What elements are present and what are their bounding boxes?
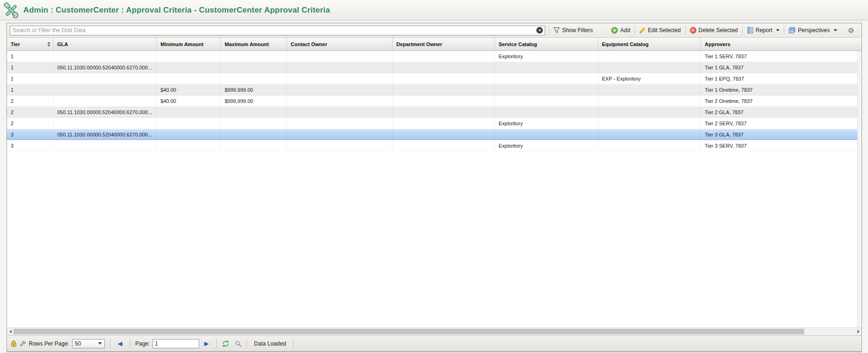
column-header-label: Minimum Amount: [160, 41, 203, 47]
admin-tools-icon: [3, 2, 20, 19]
cell-max: [221, 73, 287, 84]
cell-gla: [53, 118, 157, 129]
table-row[interactable]: 3050.11.1030.00000.52040000.6270.000...T…: [7, 129, 857, 140]
perspectives-label: Perspectives: [798, 27, 830, 34]
page-title: Admin : CustomerCenter : Approval Criter…: [23, 6, 330, 15]
rows-per-page-select[interactable]: 50: [72, 339, 105, 348]
chevron-down-icon: [776, 29, 780, 31]
cell-max: [221, 140, 287, 151]
edit-pencil-icon: [639, 27, 646, 34]
cell-contact: [287, 107, 393, 117]
refresh-icon[interactable]: [222, 340, 229, 347]
column-header-dept[interactable]: Department Owner: [393, 38, 495, 50]
cell-approvers: Tier 1 Onetime, 7837: [701, 84, 857, 95]
grid-settings-button[interactable]: [844, 27, 858, 34]
vertical-scrollbar-track[interactable]: [857, 51, 861, 327]
column-header-max[interactable]: Maximum Amount: [221, 38, 287, 50]
add-button[interactable]: + Add: [608, 27, 633, 34]
table-row[interactable]: 3ExploritoryTier 3 SERV, 7837: [7, 140, 857, 151]
cell-approvers: Tier 3 SERV, 7837: [701, 140, 857, 151]
cell-min: [157, 140, 221, 151]
add-plus-icon: +: [611, 27, 618, 34]
cell-service: Exploritory: [495, 140, 598, 151]
column-header-approvers[interactable]: Approvers: [701, 38, 861, 50]
cell-dept: [393, 140, 495, 151]
search-input[interactable]: [10, 26, 545, 35]
cell-dept: [393, 118, 495, 129]
grid-rows: 1ExploritoryTier 1 SERV, 78371050.11.103…: [7, 51, 857, 327]
cell-min: [157, 51, 221, 61]
column-header-gla[interactable]: GLA: [53, 38, 157, 50]
cell-max: [221, 51, 287, 61]
cell-contact: [287, 140, 393, 151]
rows-per-page-value: 50: [75, 340, 81, 347]
page-number-input[interactable]: [153, 339, 199, 348]
cell-tier: 2: [7, 95, 53, 106]
cell-min: [157, 118, 221, 129]
lock-icon[interactable]: [11, 340, 17, 347]
cell-gla: [53, 140, 157, 151]
column-header-contact[interactable]: Contact Owner: [287, 38, 393, 50]
scroll-left-arrow-icon[interactable]: [7, 328, 13, 335]
report-button[interactable]: Report: [743, 27, 783, 34]
search-magnifier-icon[interactable]: [235, 340, 241, 347]
cell-service: Exploritory: [495, 118, 598, 129]
cell-equipment: EXP - Exploritory: [598, 73, 701, 84]
table-row[interactable]: 1050.11.1030.00000.52040000.6270.000...T…: [7, 62, 857, 73]
cell-service: [495, 73, 598, 84]
cell-tier: 1: [7, 73, 53, 84]
next-page-button[interactable]: ▶: [202, 340, 211, 347]
cell-service: [495, 62, 598, 73]
table-row[interactable]: 1EXP - ExploritoryTier 1 EPQ, 7837: [7, 73, 857, 84]
chevron-down-icon: [98, 342, 102, 345]
column-header-label: Maximum Amount: [225, 41, 269, 47]
table-row[interactable]: 1$40.00$999,999.00Tier 1 Onetime, 7837: [7, 84, 857, 95]
grid-panel: ✕ Show Filters + Add Edit Selected − Del…: [7, 23, 862, 352]
column-header-label: GLA: [57, 41, 68, 47]
cell-max: [221, 118, 287, 129]
wrench-icon[interactable]: [20, 340, 26, 347]
table-row[interactable]: 2050.11.1030.00000.52040000.6270.000...T…: [7, 107, 857, 118]
clear-search-icon[interactable]: ✕: [536, 27, 543, 34]
scroll-right-arrow-icon[interactable]: [855, 328, 861, 335]
cell-approvers: Tier 2 Onetime, 7837: [701, 95, 857, 106]
cell-max: [221, 107, 287, 117]
report-notebook-icon: [747, 27, 753, 34]
cell-equipment: [598, 95, 701, 106]
previous-page-button[interactable]: ◀: [115, 340, 125, 347]
cell-max: [221, 129, 287, 140]
cell-dept: [393, 62, 495, 73]
statusbar-divider: [293, 339, 294, 348]
cell-min: $40.00: [157, 84, 221, 95]
edit-selected-button[interactable]: Edit Selected: [636, 27, 684, 34]
page-header: Admin : CustomerCenter : Approval Criter…: [0, 0, 868, 20]
cell-max: $999,999.00: [221, 95, 287, 106]
horizontal-scrollbar-thumb[interactable]: [13, 329, 804, 334]
show-filters-button[interactable]: Show Filters: [550, 27, 596, 34]
cell-gla: [53, 51, 157, 61]
cell-min: [157, 129, 221, 140]
table-row[interactable]: 2ExploritoryTier 2 SERV, 7837: [7, 118, 857, 129]
toolbar-divider: [742, 26, 742, 35]
delete-minus-icon: −: [690, 27, 696, 34]
column-header-service[interactable]: Service Catalog: [495, 38, 598, 50]
cell-equipment: [598, 62, 701, 73]
grid-header-row: TierGLAMinimum AmountMaximum AmountConta…: [7, 38, 861, 51]
column-header-label: Service Catalog: [499, 41, 537, 47]
cell-min: $40.00: [157, 95, 221, 106]
cell-equipment: [598, 140, 701, 151]
column-header-tier[interactable]: Tier: [7, 38, 53, 50]
grid-body: 1ExploritoryTier 1 SERV, 78371050.11.103…: [7, 51, 861, 327]
delete-selected-button[interactable]: − Delete Selected: [687, 27, 741, 34]
table-row[interactable]: 1ExploritoryTier 1 SERV, 7837: [7, 51, 857, 62]
table-row[interactable]: 2$40.00$999,999.00Tier 2 Onetime, 7837: [7, 95, 857, 107]
column-header-equipment[interactable]: Equipment Catalog: [598, 38, 701, 50]
cell-contact: [287, 129, 393, 140]
cell-equipment: [598, 107, 701, 117]
cell-equipment: [598, 84, 701, 95]
sort-icon[interactable]: [47, 42, 50, 47]
perspectives-button[interactable]: Perspectives: [785, 27, 841, 34]
cell-max: $999,999.00: [221, 84, 287, 95]
column-header-min[interactable]: Minimum Amount: [157, 38, 221, 50]
toolbar-divider: [634, 26, 635, 35]
